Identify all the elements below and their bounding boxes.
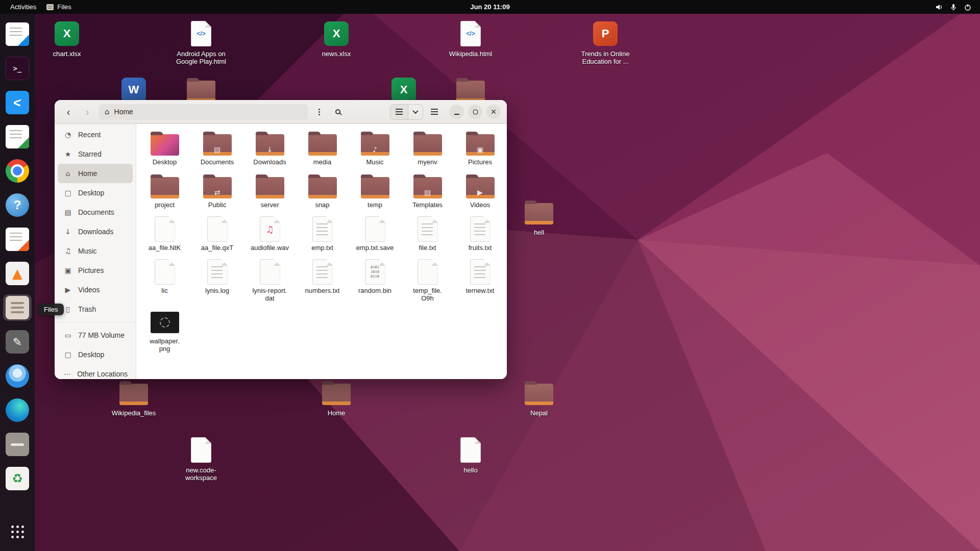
sidebar-devices-section: ▭ 77 MB Volume ▢ Desktop ⋯ Other Locatio…	[55, 322, 136, 379]
sidebar-item[interactable]: ▣ Pictures	[58, 261, 133, 280]
dock-item-libreoffice-calc[interactable]	[3, 123, 32, 150]
sidebar-item-icon: ↓	[63, 228, 73, 236]
maximize-button[interactable]	[468, 105, 482, 119]
chevron-down-icon	[412, 108, 418, 114]
file-item[interactable]: Desktop	[138, 128, 191, 171]
sidebar-item[interactable]: ⌂ Home	[58, 164, 133, 183]
sidebar-item-label: Recent	[78, 131, 101, 139]
desktop-icon-label: Trends in Online Education for .​.​.​	[577, 50, 634, 65]
dock-item-gimp[interactable]	[3, 329, 32, 355]
file-type-icon	[256, 177, 284, 198]
dock-item-libreoffice-impress[interactable]	[3, 226, 32, 253]
dock-item-files[interactable]	[3, 294, 32, 321]
dock-item-terminal[interactable]	[3, 55, 32, 82]
file-item[interactable]: lynis-​report.​dat	[243, 257, 296, 307]
file-item[interactable]: aa_​file.​NtK	[138, 214, 191, 257]
close-button[interactable]: ×	[486, 105, 501, 119]
sidebar-device-item[interactable]: ⋯ Other Locations	[58, 364, 133, 379]
app-menu[interactable]: Files	[41, 0, 76, 14]
dock-item-trash[interactable]	[3, 465, 32, 492]
view-options-button[interactable]	[408, 105, 423, 119]
desktop-icon[interactable]: new.​code-​workspace	[168, 437, 234, 482]
file-item[interactable]: snap	[296, 171, 349, 214]
file-item[interactable]: server	[243, 171, 296, 214]
file-type-icon	[460, 21, 481, 46]
file-item[interactable]: aa_​file.​qxT	[191, 214, 243, 257]
file-item[interactable]: random.​bin	[349, 257, 401, 307]
file-item[interactable]: media	[296, 128, 349, 171]
sidebar-device-item[interactable]: ▭ 77 MB Volume	[58, 325, 133, 345]
desktop-icon[interactable]	[168, 77, 234, 103]
file-item[interactable]: ▤ Documents	[191, 128, 243, 171]
sidebar-item[interactable]: ↓ Downloads	[58, 222, 133, 241]
search-button[interactable]	[330, 104, 346, 119]
file-item[interactable]: lic	[138, 257, 191, 307]
file-item[interactable]: ▣ Pictures	[454, 128, 506, 171]
dock-item-help[interactable]	[3, 192, 32, 218]
dock-item-vscode[interactable]	[3, 89, 32, 116]
more-options-button[interactable]	[311, 104, 327, 119]
dock-item-edge[interactable]	[3, 397, 32, 423]
desktop-icon[interactable]: news.​xlsx	[303, 20, 370, 58]
folder-emblem-icon: ▣	[466, 146, 495, 153]
path-label: Home	[114, 108, 133, 116]
file-item[interactable]: myenv	[401, 128, 454, 171]
sidebar-item[interactable]: ▤ Documents	[58, 203, 133, 222]
dock-item-vlc[interactable]	[3, 260, 32, 287]
path-bar[interactable]: ⌂ Home	[99, 104, 308, 120]
file-item[interactable]: lynis.​log	[191, 257, 243, 307]
sidebar-item[interactable]: ♫ Music	[58, 241, 133, 261]
file-item[interactable]: ♪ Music	[349, 128, 401, 171]
sidebar-item[interactable]: ★ Starred	[58, 144, 133, 164]
desktop-icon-label: Nepal	[530, 409, 548, 417]
activities-button[interactable]: Activities	[5, 0, 41, 14]
file-item[interactable]: ▤ Templates	[401, 171, 454, 214]
forward-button[interactable]: ›	[80, 104, 95, 119]
desktop-icon[interactable]	[437, 77, 504, 103]
desktop-icon[interactable]: Android Apps on Google Play.​html	[168, 20, 234, 65]
file-item[interactable]: wallpaper.​png	[138, 307, 191, 358]
dock-item-drive[interactable]	[3, 431, 32, 458]
dock-item-show-apps[interactable]	[3, 518, 32, 545]
file-item[interactable]: temp_​file.​O9h	[401, 257, 454, 307]
dock-app-icon	[6, 57, 29, 80]
file-item[interactable]: numbers.​txt	[296, 257, 349, 307]
desktop-icon[interactable]	[101, 77, 167, 103]
file-item[interactable]: ternew.​txt	[454, 257, 506, 307]
file-item[interactable]: temp	[349, 171, 401, 214]
desktop-icon[interactable]: hello	[437, 437, 504, 474]
file-item[interactable]: audiofile.​wav	[243, 214, 296, 257]
desktop-icon[interactable]: Home	[303, 380, 370, 417]
sidebar-item[interactable]: ◔ Recent	[58, 125, 133, 144]
file-item[interactable]: ▶ Videos	[454, 171, 506, 214]
dock-item-chromium[interactable]	[3, 363, 32, 389]
file-item[interactable]: ⇄ Public	[191, 171, 243, 214]
file-item[interactable]: fruits.​txt	[454, 214, 506, 257]
minimize-button[interactable]	[450, 105, 464, 119]
desktop-icon[interactable]: Trends in Online Education for .​.​.​	[572, 20, 639, 65]
file-item[interactable]: emp.​txt.​save	[349, 214, 401, 257]
file-item[interactable]: file.​txt	[401, 214, 454, 257]
clock[interactable]: Jun 20 11:09	[470, 3, 509, 11]
sidebar-item[interactable]: ▢ Desktop	[58, 183, 133, 203]
system-tray[interactable]	[935, 3, 975, 11]
desktop-icon[interactable]: Wikipedia_​files	[101, 380, 167, 417]
list-view-button[interactable]	[390, 105, 408, 119]
file-item[interactable]: ↓ Downloads	[243, 128, 296, 171]
sidebar-item-label: Music	[78, 247, 97, 255]
dock-item-libreoffice-writer[interactable]	[3, 21, 32, 47]
dock-item-chrome[interactable]	[3, 158, 32, 184]
file-item[interactable]: emp.​txt	[296, 214, 349, 257]
back-button[interactable]: ‹	[61, 104, 76, 119]
desktop-icon[interactable]: hell	[506, 199, 572, 236]
headerbar: ‹ › ⌂ Home ×	[55, 100, 507, 124]
hamburger-menu-button[interactable]	[427, 104, 442, 119]
desktop-icon[interactable]: Wikipedia.​html	[437, 20, 504, 58]
sidebar-device-item[interactable]: ▢ Desktop	[58, 345, 133, 364]
desktop-icon[interactable]: Nepal	[506, 380, 572, 417]
desktop-icon[interactable]	[371, 77, 437, 103]
sidebar-item[interactable]: ▯ Trash	[58, 299, 133, 319]
desktop-icon[interactable]: chart.​xlsx	[34, 20, 100, 58]
sidebar-item[interactable]: ▶ Videos	[58, 280, 133, 299]
file-item[interactable]: project	[138, 171, 191, 214]
